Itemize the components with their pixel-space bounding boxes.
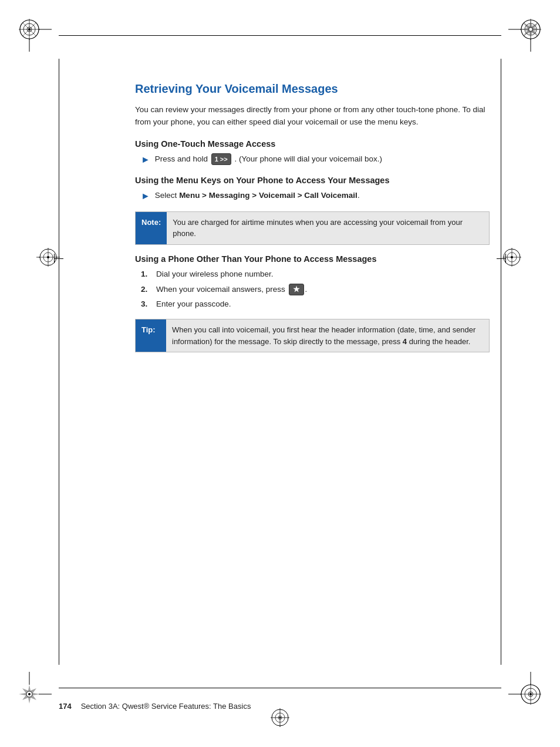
- main-content: Retrieving Your Voicemail Messages You c…: [135, 82, 490, 653]
- step-2-text: When your voicemail answers, press ★.: [156, 284, 307, 296]
- tip-content: When you call into voicemail, you first …: [166, 319, 489, 352]
- page-title: Retrieving Your Voicemail Messages: [135, 82, 490, 96]
- numbered-item-2: 2. When your voicemail answers, press ★.: [141, 284, 490, 296]
- key-1-button: 1 >>: [211, 153, 231, 165]
- hline-bottom: [59, 688, 501, 688]
- svg-point-20: [529, 28, 532, 31]
- arrow-icon-2: ►: [141, 190, 150, 203]
- numbered-list: 1. Dial your wireless phone number. 2. W…: [135, 268, 490, 311]
- bullet-one-touch-text: Press and hold 1 >> . (Your phone will d…: [155, 153, 490, 165]
- key-star-button: ★: [289, 284, 304, 295]
- section-other-phone-heading: Using a Phone Other Than Your Phone to A…: [135, 254, 490, 264]
- vline-left: [59, 59, 59, 665]
- footer: 174 Section 3A: Qwest® Service Features:…: [59, 702, 501, 711]
- section-menu-keys-heading: Using the Menu Keys on Your Phone to Acc…: [135, 176, 490, 185]
- bullet-menu-keys-text: Select Menu > Messaging > Voicemail > Ca…: [155, 190, 490, 201]
- svg-point-51: [511, 256, 513, 258]
- svg-point-33: [529, 693, 532, 695]
- hline-top: [59, 35, 501, 36]
- step-1-text: Dial your wireless phone number.: [156, 268, 274, 281]
- corner-mark-br: [507, 671, 542, 706]
- numbered-item-1: 1. Dial your wireless phone number.: [141, 268, 490, 281]
- step-3-text: Enter your passcode.: [156, 298, 231, 311]
- corner-mark-bl: [18, 671, 53, 706]
- arrow-icon: ►: [141, 153, 150, 166]
- corner-mark-tl: [18, 18, 53, 53]
- reg-circle-right: [500, 245, 524, 271]
- section-one-touch: Using One-Touch Message Access ► Press a…: [135, 139, 490, 166]
- reg-circle-left: [36, 245, 60, 271]
- corner-mark-tr: [507, 18, 542, 53]
- svg-point-44: [47, 256, 49, 258]
- svg-point-9: [28, 28, 31, 31]
- section-menu-keys: Using the Menu Keys on Your Phone to Acc…: [135, 176, 490, 244]
- tip-label: Tip:: [136, 319, 166, 352]
- section-other-phone: Using a Phone Other Than Your Phone to A…: [135, 254, 490, 353]
- bullet-one-touch: ► Press and hold 1 >> . (Your phone will…: [135, 153, 490, 166]
- page-number: 174: [59, 702, 72, 711]
- footer-section-text: Section 3A: Qwest® Service Features: The…: [81, 702, 251, 711]
- numbered-item-3: 3. Enter your passcode.: [141, 298, 490, 311]
- section-one-touch-heading: Using One-Touch Message Access: [135, 139, 490, 149]
- svg-point-23: [28, 693, 31, 695]
- note-content: You are charged for airtime minutes when…: [167, 212, 489, 244]
- vline-right: [501, 59, 501, 665]
- note-box: Note: You are charged for airtime minute…: [135, 211, 490, 245]
- tip-box: Tip: When you call into voicemail, you f…: [135, 319, 490, 352]
- intro-paragraph: You can review your messages directly fr…: [135, 104, 490, 129]
- bullet-menu-keys: ► Select Menu > Messaging > Voicemail > …: [135, 190, 490, 203]
- note-label: Note:: [136, 212, 167, 244]
- svg-point-39: [279, 717, 281, 719]
